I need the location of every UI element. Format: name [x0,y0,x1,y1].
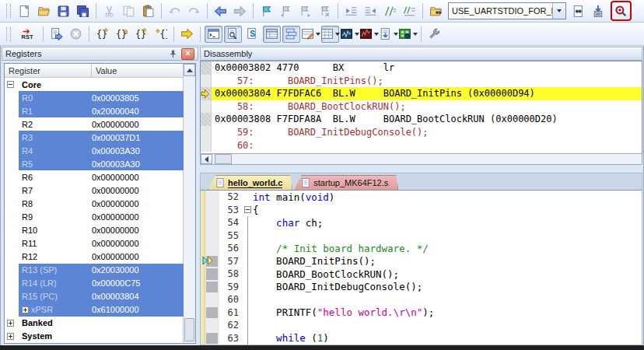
close-icon[interactable] [181,48,194,60]
disassembly-gutter[interactable] [201,139,212,152]
find-in-files-button[interactable] [427,2,445,19]
disassembly-line[interactable]: 0x00003808 F7FDFA8A BL.W BOARD_BootClock… [201,113,642,126]
disassembly-line[interactable]: 57: BOARD_InitPins(); [201,75,642,88]
register-row[interactable]: R120x00000000 [5,250,184,264]
collapse-icon[interactable] [7,81,14,88]
disassembly-gutter[interactable] [201,100,212,114]
code-line[interactable]: 57 BOARD_InitPins(); [201,255,642,268]
disassembly-gutter[interactable] [201,113,212,126]
disassembly-gutter[interactable] [201,75,212,88]
expand-icon[interactable] [7,333,14,340]
register-row[interactable]: System [5,330,184,343]
code-line[interactable]: 52int main(void) [201,191,642,204]
navigate-back-button[interactable] [212,2,229,19]
navigate-forward-button[interactable] [231,2,249,19]
registers-scrollbar[interactable] [183,64,195,343]
scroll-left-icon[interactable] [201,154,212,164]
register-row[interactable]: R80x00000000 [5,197,184,210]
register-row[interactable]: R40x00003A30 [5,144,184,157]
register-row[interactable]: xPSR0x61000000 [5,303,184,317]
find-button[interactable] [569,2,587,19]
save-all-button[interactable] [74,2,92,19]
show-next-statement-button[interactable] [178,26,196,43]
run-button[interactable] [47,26,65,43]
unindent-button[interactable] [362,2,380,19]
scrollbar-thumb[interactable] [215,154,232,164]
register-row[interactable]: Banked [5,317,184,330]
disassembly-line[interactable]: 60: [201,139,642,152]
editor-content[interactable]: 52int main(void)53{54 char ch;5556 /* In… [200,190,642,345]
register-row[interactable]: R00x00003805 [5,91,184,104]
uncomment-selection-button[interactable] [401,2,418,19]
expand-icon[interactable] [7,320,14,327]
disassembly-line[interactable]: 0x00003802 4770 BX lr [201,61,642,75]
system-viewer-button[interactable] [399,26,417,43]
toolbar-grip[interactable] [6,4,11,18]
register-row[interactable]: R100x00000000 [5,224,184,237]
disassembly-gutter[interactable] [201,87,212,100]
memory-window-button[interactable] [321,26,339,43]
code-line[interactable]: 58 BOARD_BootClockRUN(); [201,268,642,281]
tab-startup_mk64f12.s[interactable]: startup_MK64F12.s [294,175,398,190]
registers-window-button[interactable] [263,26,281,43]
code-line[interactable]: 63 while (1) [201,332,642,345]
cut-button[interactable] [100,2,118,19]
paste-button[interactable] [139,2,157,19]
run-to-cursor-button[interactable]: {} [152,26,170,43]
register-row[interactable]: R15 (PC)0x00003804 [5,290,184,303]
redo-button[interactable] [185,2,203,19]
combo-dropdown-button[interactable] [552,3,565,19]
new-file-button[interactable] [16,2,33,19]
configure-tools-button[interactable] [425,26,443,43]
step-button[interactable]: {} [93,26,111,43]
start-stop-debug-button[interactable] [612,2,630,19]
analysis-window-button[interactable] [360,26,378,43]
insert-bookmark-button[interactable] [257,2,275,19]
toolbar-grip[interactable] [6,27,11,41]
reset-cpu-button[interactable]: RST [16,26,39,43]
code-line[interactable]: 53{ [201,204,642,217]
watch-window-button[interactable] [302,26,320,43]
stop-button[interactable] [67,26,85,43]
fold-margin[interactable] [243,204,253,217]
serial-window-button[interactable] [341,26,359,43]
column-header-value[interactable]: Value [92,64,184,77]
disassembly-line[interactable]: 58: BOARD_BootClockRUN(); [201,100,642,114]
indent-button[interactable] [342,2,360,19]
code-line[interactable]: 55 [201,229,642,243]
callstack-window-button[interactable] [282,26,300,43]
register-row[interactable]: R60x00000000 [5,170,184,184]
scrollbar-thumb[interactable] [184,318,194,341]
comment-selection-button[interactable] [381,2,399,19]
define-combo[interactable]: USE_UARTSTDIO_FOR_EF [448,2,566,19]
register-row[interactable]: R20x00000000 [5,117,184,131]
command-window-button[interactable] [205,26,222,43]
disassembly-hscrollbar[interactable] [200,153,642,165]
clear-bookmarks-button[interactable] [316,2,334,19]
tab-hello_world.c[interactable]: hello_world.c [208,175,292,190]
register-row[interactable]: R110x00000000 [5,237,184,250]
next-bookmark-button[interactable] [296,2,314,19]
step-out-button[interactable]: {} [132,26,150,43]
register-row[interactable]: R14 (LR)0x00000C75 [5,277,184,290]
trace-window-button[interactable] [380,26,397,43]
register-row[interactable]: R70x00000000 [5,184,184,197]
undo-button[interactable] [166,2,184,19]
disassembly-gutter[interactable] [201,126,212,139]
code-line[interactable]: 56 /* Init board hardware. */ [201,242,642,255]
step-over-button[interactable]: {} [113,26,131,43]
pin-icon[interactable] [167,49,179,59]
register-row[interactable]: R90x00000000 [5,210,184,223]
save-file-button[interactable] [54,2,72,19]
download-to-flash-button[interactable] [589,2,607,19]
copy-button[interactable] [120,2,138,19]
fold-collapse-icon[interactable] [244,206,251,213]
open-file-button[interactable] [35,2,53,19]
disassembly-line[interactable]: 0x00003804 F7FDFAC6 BL.W BOARD_InitPins … [201,87,642,100]
code-line[interactable]: 54 char ch; [201,216,642,229]
register-row[interactable]: Core [5,78,184,91]
disassembly-line[interactable]: 59: BOARD_InitDebugConsole(); [201,126,642,139]
expand-icon[interactable] [22,306,29,313]
previous-bookmark-button[interactable] [277,2,295,19]
column-header-register[interactable]: Register [5,64,92,77]
